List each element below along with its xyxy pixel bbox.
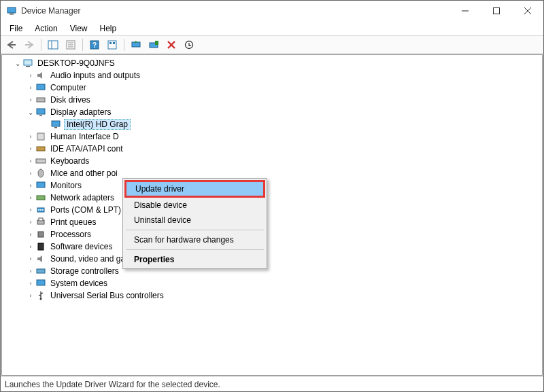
tree-network[interactable]: ›Network adapters xyxy=(4,192,542,204)
collapse-icon[interactable]: › xyxy=(26,133,35,140)
tree-item-label: Storage controllers xyxy=(49,266,120,276)
tree-item-label: Human Interface D xyxy=(49,132,120,141)
menu-help[interactable]: Help xyxy=(94,22,123,35)
menu-file[interactable]: File xyxy=(3,22,29,35)
collapse-icon[interactable]: › xyxy=(26,243,35,250)
collapse-icon[interactable]: › xyxy=(26,84,35,91)
svg-rect-35 xyxy=(36,159,46,163)
tree-root-label: DESKTOP-9Q0JNFS xyxy=(36,58,116,68)
usb-icon xyxy=(35,290,46,301)
svg-rect-34 xyxy=(37,147,45,151)
collapse-icon[interactable]: › xyxy=(26,145,35,152)
menu-view[interactable]: View xyxy=(64,22,94,35)
tree-mice[interactable]: ›Mice and other poi xyxy=(4,167,542,179)
tree-item-label: Keyboards xyxy=(49,156,90,166)
toolbar-update-driver[interactable] xyxy=(128,37,144,52)
context-uninstall-device[interactable]: Uninstall device xyxy=(124,213,265,228)
svg-rect-44 xyxy=(39,218,43,221)
tree-system[interactable]: ›System devices xyxy=(4,277,542,289)
tree-disk[interactable]: ›Disk drives xyxy=(4,94,542,106)
tree-processors[interactable]: ›Processors xyxy=(4,228,542,240)
storage-icon xyxy=(35,266,46,277)
tree-ide[interactable]: ›IDE ATA/ATAPI cont xyxy=(4,143,542,155)
toolbar-back[interactable] xyxy=(3,37,20,52)
collapse-icon[interactable]: › xyxy=(26,268,35,274)
tree-root[interactable]: ⌄ DESKTOP-9Q0JNFS xyxy=(4,57,542,69)
svg-point-41 xyxy=(40,209,41,211)
svg-rect-26 xyxy=(26,66,30,67)
collapse-icon[interactable]: › xyxy=(26,194,35,201)
collapse-icon[interactable]: › xyxy=(26,231,35,238)
tree-storage[interactable]: ›Storage controllers xyxy=(4,265,542,277)
toolbar-uninstall[interactable] xyxy=(163,37,180,52)
collapse-icon[interactable]: › xyxy=(26,182,35,189)
collapse-icon[interactable]: › xyxy=(26,96,35,103)
toolbar-properties[interactable] xyxy=(63,37,79,52)
display-icon xyxy=(35,107,46,118)
svg-rect-37 xyxy=(37,182,45,188)
svg-rect-17 xyxy=(109,42,112,44)
collapse-icon[interactable]: › xyxy=(26,280,35,287)
collapse-icon[interactable]: › xyxy=(26,72,35,79)
collapse-icon[interactable]: › xyxy=(26,158,35,164)
computer-icon xyxy=(22,58,33,69)
tree-audio[interactable]: ›Audio inputs and outputs xyxy=(4,69,542,82)
tree-printq[interactable]: ›Print queues xyxy=(4,216,542,228)
toolbar-forward[interactable] xyxy=(21,37,37,52)
svg-text:?: ? xyxy=(92,41,97,49)
system-icon xyxy=(35,278,46,289)
svg-point-40 xyxy=(38,209,39,211)
toolbar: ? xyxy=(1,35,543,54)
svg-rect-30 xyxy=(39,115,42,116)
tree-keyboards[interactable]: ›Keyboards xyxy=(4,155,542,167)
monitor-icon xyxy=(35,180,46,191)
collapse-icon[interactable]: › xyxy=(26,255,35,262)
minimize-button[interactable] xyxy=(449,1,481,21)
tree-intel-graphics[interactable]: Intel(R) HD Grap xyxy=(4,118,542,130)
tree-monitors[interactable]: ›Monitors xyxy=(4,179,542,192)
expand-icon[interactable]: ⌄ xyxy=(13,60,22,67)
tree-software[interactable]: ›Software devices xyxy=(4,240,542,253)
context-update-driver[interactable]: Update driver xyxy=(124,180,265,198)
svg-rect-45 xyxy=(38,232,44,237)
toolbar-scan[interactable] xyxy=(146,37,162,52)
menu-action[interactable]: Action xyxy=(29,22,63,35)
svg-rect-8 xyxy=(48,41,58,49)
menubar: File Action View Help xyxy=(1,21,543,35)
tree-sound[interactable]: ›Sound, video and game controllers xyxy=(4,253,542,265)
svg-rect-47 xyxy=(37,269,45,273)
mouse-icon xyxy=(35,168,46,179)
svg-rect-18 xyxy=(113,42,115,44)
collapse-icon[interactable]: › xyxy=(26,170,35,177)
collapse-icon[interactable]: › xyxy=(26,219,35,226)
display-icon xyxy=(50,119,61,130)
statusbar: Launches the Update Driver Wizard for th… xyxy=(1,376,543,391)
collapse-icon[interactable]: › xyxy=(26,207,35,213)
toolbar-help[interactable]: ? xyxy=(86,37,103,52)
svg-rect-28 xyxy=(37,98,45,102)
toolbar-enable[interactable] xyxy=(181,37,197,52)
tree-ports[interactable]: ›Ports (COM & LPT) xyxy=(4,204,542,216)
tree-item-label: IDE ATA/ATAPI cont xyxy=(49,144,124,154)
tree-item-label: Mice and other poi xyxy=(49,168,119,178)
tree-display[interactable]: ⌄Display adapters xyxy=(4,106,542,118)
tree-item-label: Computer xyxy=(49,83,88,92)
expand-icon[interactable]: ⌄ xyxy=(26,109,35,116)
svg-point-36 xyxy=(38,169,44,177)
context-scan-hardware[interactable]: Scan for hardware changes xyxy=(124,232,265,247)
context-separator xyxy=(126,230,264,230)
status-text: Launches the Update Driver Wizard for th… xyxy=(5,380,220,389)
close-button[interactable] xyxy=(512,1,543,21)
collapse-icon[interactable]: › xyxy=(26,292,35,299)
context-properties[interactable]: Properties xyxy=(124,252,265,267)
toolbar-show-hide-tree[interactable] xyxy=(45,37,61,52)
context-disable-device[interactable]: Disable device xyxy=(124,198,265,213)
tree-computer[interactable]: ›Computer xyxy=(4,82,542,94)
tree-item-label: System devices xyxy=(49,279,109,288)
svg-rect-38 xyxy=(37,196,45,200)
toolbar-view[interactable] xyxy=(104,37,120,52)
maximize-button[interactable] xyxy=(481,1,512,21)
tree-hid[interactable]: ›Human Interface D xyxy=(4,130,542,143)
tree-usb[interactable]: ›Universal Serial Bus controllers xyxy=(4,289,542,302)
disk-icon xyxy=(35,94,46,105)
